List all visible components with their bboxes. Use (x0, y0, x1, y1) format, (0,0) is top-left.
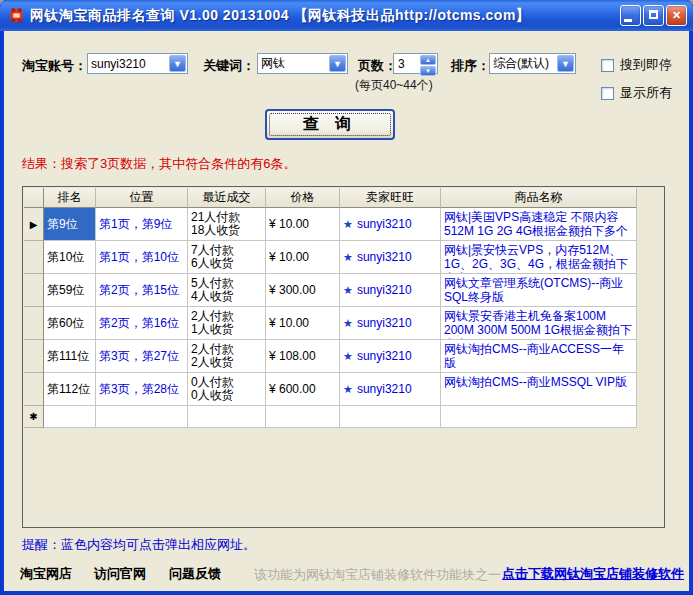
results-panel: 排名位置最近成交价格卖家旺旺商品名称▶第9位第1页，第9位21人付款18人收货¥… (22, 186, 665, 528)
cell-seller[interactable]: ★sunyi3210 (340, 241, 441, 274)
wangwang-star-icon: ★ (343, 218, 353, 230)
wangwang-star-icon: ★ (343, 284, 353, 296)
cell-deals[interactable]: 2人付款1人收货 (188, 307, 266, 340)
cell-price[interactable]: ¥ 10.00 (266, 208, 340, 241)
cell-price[interactable]: ¥ 300.00 (266, 274, 340, 307)
keyword-label: 关键词： (203, 57, 255, 75)
row-header-cell[interactable] (24, 373, 44, 406)
seller-name: sunyi3210 (357, 349, 412, 363)
account-value: sunyi3210 (88, 57, 168, 71)
wangwang-star-icon: ★ (343, 251, 353, 263)
column-header-3[interactable]: 价格 (266, 188, 340, 208)
cell-rank[interactable]: 第112位 (44, 373, 96, 406)
cell-position[interactable]: 第1页，第10位 (96, 241, 188, 274)
deals-received: 0人收货 (191, 389, 262, 402)
cell-position[interactable]: 第1页，第9位 (96, 208, 188, 241)
cell-seller[interactable]: ★sunyi3210 (340, 208, 441, 241)
footer-link-official-site[interactable]: 访问官网 (94, 565, 146, 583)
cell-seller[interactable]: ★sunyi3210 (340, 373, 441, 406)
cell-price[interactable]: ¥ 600.00 (266, 373, 340, 406)
cell-seller[interactable]: ★sunyi3210 (340, 274, 441, 307)
checkbox-icon[interactable] (601, 59, 614, 72)
row-header-cell[interactable] (24, 241, 44, 274)
pages-stepper[interactable]: 3 ▲ ▼ (393, 53, 438, 74)
focus-rect (269, 113, 391, 136)
cell-price[interactable]: ¥ 10.00 (266, 307, 340, 340)
row-header-cell[interactable] (24, 307, 44, 340)
empty-cell[interactable] (266, 406, 340, 428)
empty-cell[interactable] (441, 406, 637, 428)
cell-product[interactable]: 网钛|美国VPS高速稳定 不限内容512M 1G 2G 4G根据金额拍下多个 (441, 208, 637, 241)
pages-value: 3 (394, 54, 419, 73)
row-header-cell[interactable] (24, 340, 44, 373)
chevron-down-icon[interactable]: ▼ (557, 55, 574, 72)
new-row: ✱ (24, 406, 638, 428)
column-header-0[interactable]: 排名 (44, 188, 96, 208)
seller-name: sunyi3210 (357, 250, 412, 264)
app-window: 网钛淘宝商品排名查询 V1.00 20131004 【网钛科技出品http://… (0, 0, 693, 595)
sort-combobox[interactable]: 综合(默认) ▼ (489, 53, 576, 74)
table-row: ▶第9位第1页，第9位21人付款18人收货¥ 10.00★sunyi3210网钛… (24, 208, 638, 241)
cell-deals[interactable]: 5人付款4人收货 (188, 274, 266, 307)
footer-link-feedback[interactable]: 问题反馈 (169, 565, 221, 583)
stop-when-found-checkbox[interactable]: 搜到即停 (601, 56, 672, 74)
minimize-button[interactable] (620, 5, 641, 26)
checkbox-icon[interactable] (601, 87, 614, 100)
cell-deals[interactable]: 0人付款0人收货 (188, 373, 266, 406)
cell-rank[interactable]: 第111位 (44, 340, 96, 373)
spin-down-icon[interactable]: ▼ (420, 66, 436, 76)
query-button[interactable]: 查 询 (265, 109, 395, 140)
row-header-cell[interactable]: ▶ (24, 208, 44, 241)
cell-seller[interactable]: ★sunyi3210 (340, 340, 441, 373)
row-header-cell[interactable] (24, 274, 44, 307)
cell-product[interactable]: 网钛文章管理系统(OTCMS)--商业SQL终身版 (441, 274, 637, 307)
column-header-5[interactable]: 商品名称 (441, 188, 637, 208)
cell-seller[interactable]: ★sunyi3210 (340, 307, 441, 340)
wangwang-star-icon: ★ (343, 383, 353, 395)
chevron-down-icon[interactable]: ▼ (169, 55, 186, 72)
cell-deals[interactable]: 2人付款2人收货 (188, 340, 266, 373)
download-link[interactable]: 点击下载网钛淘宝店铺装修软件 (502, 565, 684, 583)
cell-deals[interactable]: 7人付款6人收货 (188, 241, 266, 274)
footer-link-taobao-shop[interactable]: 淘宝网店 (20, 565, 72, 583)
close-button[interactable]: ✕ (666, 5, 687, 26)
cell-position[interactable]: 第2页，第15位 (96, 274, 188, 307)
close-icon: ✕ (672, 9, 681, 21)
cell-rank[interactable]: 第59位 (44, 274, 96, 307)
column-header-2[interactable]: 最近成交 (188, 188, 266, 208)
chevron-down-icon[interactable]: ▼ (329, 55, 346, 72)
column-header-4[interactable]: 卖家旺旺 (340, 188, 441, 208)
cell-rank[interactable]: 第60位 (44, 307, 96, 340)
window-title: 网钛淘宝商品排名查询 V1.00 20131004 【网钛科技出品http://… (30, 7, 530, 25)
account-combobox[interactable]: sunyi3210 ▼ (87, 53, 188, 74)
empty-cell[interactable] (340, 406, 441, 428)
empty-cell[interactable] (96, 406, 188, 428)
keyword-combobox[interactable]: 网钛 ▼ (257, 53, 348, 74)
show-all-checkbox[interactable]: 显示所有 (601, 84, 672, 102)
cell-product[interactable]: 网钛景安香港主机免备案100M 200M 300M 500M 1G根据金额拍下多… (441, 307, 637, 340)
result-status-text: 结果：搜索了3页数据，其中符合条件的有6条。 (22, 155, 296, 173)
grid-header-row: 排名位置最近成交价格卖家旺旺商品名称 (24, 188, 638, 208)
cell-product[interactable]: 网钛淘拍CMS--商业MSSQL VIP版 (441, 373, 637, 406)
cell-deals[interactable]: 21人付款18人收货 (188, 208, 266, 241)
deals-received: 6人收货 (191, 257, 262, 270)
maximize-button[interactable] (643, 5, 664, 26)
empty-cell[interactable] (188, 406, 266, 428)
cell-product[interactable]: 网钛淘拍CMS--商业ACCESS一年版 (441, 340, 637, 373)
cell-rank[interactable]: 第10位 (44, 241, 96, 274)
cell-price[interactable]: ¥ 108.00 (266, 340, 340, 373)
empty-cell[interactable] (44, 406, 96, 428)
title-bar[interactable]: 网钛淘宝商品排名查询 V1.00 20131004 【网钛科技出品http://… (0, 0, 693, 31)
spin-up-icon[interactable]: ▲ (420, 55, 436, 65)
cell-product[interactable]: 网钛|景安快云VPS，内存512M、1G、2G、3G、4G，根据金额拍下多个 (441, 241, 637, 274)
cell-position[interactable]: 第3页，第28位 (96, 373, 188, 406)
cell-price[interactable]: ¥ 10.00 (266, 241, 340, 274)
maximize-icon (649, 10, 658, 19)
seller-name: sunyi3210 (357, 382, 412, 396)
cell-rank[interactable]: 第9位 (44, 208, 96, 241)
cell-position[interactable]: 第3页，第27位 (96, 340, 188, 373)
deals-received: 1人收货 (191, 323, 262, 336)
column-header-1[interactable]: 位置 (96, 188, 188, 208)
sort-label: 排序： (451, 57, 490, 75)
cell-position[interactable]: 第2页，第16位 (96, 307, 188, 340)
